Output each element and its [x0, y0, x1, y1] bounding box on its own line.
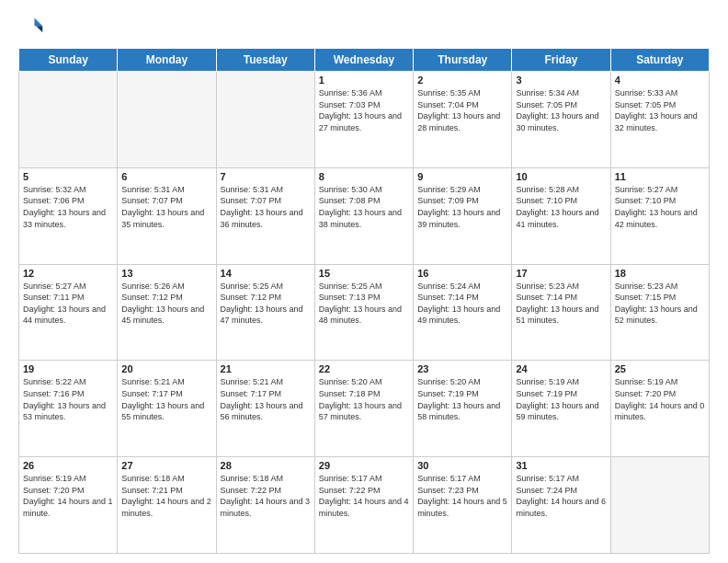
day-info: Sunrise: 5:32 AM Sunset: 7:06 PM Dayligh…	[23, 184, 113, 230]
day-cell: 2Sunrise: 5:35 AM Sunset: 7:04 PM Daylig…	[414, 72, 512, 168]
day-cell: 11Sunrise: 5:27 AM Sunset: 7:10 PM Dayli…	[610, 167, 709, 264]
day-number: 10	[516, 171, 606, 182]
day-info: Sunrise: 5:27 AM Sunset: 7:11 PM Dayligh…	[23, 281, 113, 327]
day-info: Sunrise: 5:20 AM Sunset: 7:19 PM Dayligh…	[417, 376, 507, 422]
day-cell	[216, 72, 314, 168]
day-number: 18	[615, 268, 705, 279]
day-info: Sunrise: 5:19 AM Sunset: 7:19 PM Dayligh…	[516, 376, 606, 422]
day-cell: 26Sunrise: 5:19 AM Sunset: 7:20 PM Dayli…	[19, 457, 118, 554]
day-cell: 18Sunrise: 5:23 AM Sunset: 7:15 PM Dayli…	[610, 264, 709, 361]
day-cell: 31Sunrise: 5:17 AM Sunset: 7:24 PM Dayli…	[512, 457, 610, 554]
week-row-0: 1Sunrise: 5:36 AM Sunset: 7:03 PM Daylig…	[19, 72, 710, 168]
header	[18, 15, 710, 40]
day-cell: 16Sunrise: 5:24 AM Sunset: 7:14 PM Dayli…	[414, 264, 512, 361]
day-info: Sunrise: 5:21 AM Sunset: 7:17 PM Dayligh…	[121, 376, 211, 422]
day-cell: 28Sunrise: 5:18 AM Sunset: 7:22 PM Dayli…	[216, 457, 314, 554]
day-number: 11	[615, 171, 705, 182]
day-number: 5	[23, 171, 113, 182]
day-cell: 4Sunrise: 5:33 AM Sunset: 7:05 PM Daylig…	[610, 72, 709, 168]
day-number: 27	[121, 460, 211, 471]
day-cell: 20Sunrise: 5:21 AM Sunset: 7:17 PM Dayli…	[118, 361, 216, 457]
day-cell: 29Sunrise: 5:17 AM Sunset: 7:22 PM Dayli…	[314, 457, 413, 554]
day-number: 23	[417, 363, 507, 374]
day-cell	[610, 457, 709, 554]
day-info: Sunrise: 5:26 AM Sunset: 7:12 PM Dayligh…	[121, 281, 211, 327]
day-cell: 19Sunrise: 5:22 AM Sunset: 7:16 PM Dayli…	[19, 361, 118, 457]
day-cell: 6Sunrise: 5:31 AM Sunset: 7:07 PM Daylig…	[118, 167, 216, 264]
weekday-header-saturday: Saturday	[610, 49, 709, 72]
day-number: 30	[417, 460, 507, 471]
day-info: Sunrise: 5:23 AM Sunset: 7:15 PM Dayligh…	[615, 281, 705, 327]
day-info: Sunrise: 5:29 AM Sunset: 7:09 PM Dayligh…	[417, 184, 507, 230]
day-info: Sunrise: 5:17 AM Sunset: 7:22 PM Dayligh…	[319, 473, 409, 519]
day-cell: 14Sunrise: 5:25 AM Sunset: 7:12 PM Dayli…	[216, 264, 314, 361]
day-cell: 1Sunrise: 5:36 AM Sunset: 7:03 PM Daylig…	[314, 72, 413, 168]
day-number: 28	[221, 460, 311, 471]
day-number: 2	[417, 75, 507, 86]
day-info: Sunrise: 5:18 AM Sunset: 7:21 PM Dayligh…	[121, 473, 211, 519]
day-number: 29	[319, 460, 409, 471]
day-info: Sunrise: 5:35 AM Sunset: 7:04 PM Dayligh…	[417, 87, 507, 133]
day-number: 22	[319, 363, 409, 374]
day-info: Sunrise: 5:20 AM Sunset: 7:18 PM Dayligh…	[319, 376, 409, 422]
weekday-header-friday: Friday	[512, 49, 610, 72]
day-info: Sunrise: 5:30 AM Sunset: 7:08 PM Dayligh…	[319, 184, 409, 230]
day-info: Sunrise: 5:19 AM Sunset: 7:20 PM Dayligh…	[615, 376, 705, 422]
day-cell	[19, 72, 118, 168]
day-info: Sunrise: 5:19 AM Sunset: 7:20 PM Dayligh…	[23, 473, 113, 519]
day-cell: 17Sunrise: 5:23 AM Sunset: 7:14 PM Dayli…	[512, 264, 610, 361]
day-info: Sunrise: 5:21 AM Sunset: 7:17 PM Dayligh…	[221, 376, 311, 422]
day-cell: 25Sunrise: 5:19 AM Sunset: 7:20 PM Dayli…	[610, 361, 709, 457]
week-row-4: 26Sunrise: 5:19 AM Sunset: 7:20 PM Dayli…	[19, 457, 710, 554]
day-number: 14	[221, 268, 311, 279]
day-number: 15	[319, 268, 409, 279]
day-cell: 13Sunrise: 5:26 AM Sunset: 7:12 PM Dayli…	[118, 264, 216, 361]
day-cell	[118, 72, 216, 168]
weekday-header-monday: Monday	[118, 49, 216, 72]
day-number: 6	[121, 171, 211, 182]
day-info: Sunrise: 5:23 AM Sunset: 7:14 PM Dayligh…	[516, 281, 606, 327]
day-cell: 22Sunrise: 5:20 AM Sunset: 7:18 PM Dayli…	[314, 361, 413, 457]
weekday-header-row: SundayMondayTuesdayWednesdayThursdayFrid…	[19, 49, 710, 72]
day-cell: 5Sunrise: 5:32 AM Sunset: 7:06 PM Daylig…	[19, 167, 118, 264]
day-number: 31	[516, 460, 606, 471]
day-number: 7	[221, 171, 311, 182]
day-number: 25	[615, 363, 705, 374]
day-cell: 27Sunrise: 5:18 AM Sunset: 7:21 PM Dayli…	[118, 457, 216, 554]
day-cell: 21Sunrise: 5:21 AM Sunset: 7:17 PM Dayli…	[216, 361, 314, 457]
day-number: 24	[516, 363, 606, 374]
day-info: Sunrise: 5:17 AM Sunset: 7:23 PM Dayligh…	[417, 473, 507, 519]
day-cell: 15Sunrise: 5:25 AM Sunset: 7:13 PM Dayli…	[314, 264, 413, 361]
week-row-3: 19Sunrise: 5:22 AM Sunset: 7:16 PM Dayli…	[19, 361, 710, 457]
day-info: Sunrise: 5:34 AM Sunset: 7:05 PM Dayligh…	[516, 87, 606, 133]
day-cell: 9Sunrise: 5:29 AM Sunset: 7:09 PM Daylig…	[414, 167, 512, 264]
day-info: Sunrise: 5:36 AM Sunset: 7:03 PM Dayligh…	[319, 87, 409, 133]
day-number: 26	[23, 460, 113, 471]
logo	[18, 15, 48, 40]
day-number: 17	[516, 268, 606, 279]
day-info: Sunrise: 5:33 AM Sunset: 7:05 PM Dayligh…	[615, 87, 705, 133]
day-number: 9	[417, 171, 507, 182]
day-cell: 23Sunrise: 5:20 AM Sunset: 7:19 PM Dayli…	[414, 361, 512, 457]
day-number: 4	[615, 75, 705, 86]
weekday-header-wednesday: Wednesday	[314, 49, 413, 72]
day-cell: 3Sunrise: 5:34 AM Sunset: 7:05 PM Daylig…	[512, 72, 610, 168]
day-number: 12	[23, 268, 113, 279]
day-number: 20	[121, 363, 211, 374]
day-cell: 30Sunrise: 5:17 AM Sunset: 7:23 PM Dayli…	[414, 457, 512, 554]
day-info: Sunrise: 5:27 AM Sunset: 7:10 PM Dayligh…	[615, 184, 705, 230]
weekday-header-tuesday: Tuesday	[216, 49, 314, 72]
day-info: Sunrise: 5:25 AM Sunset: 7:12 PM Dayligh…	[221, 281, 311, 327]
svg-marker-1	[36, 26, 42, 32]
day-info: Sunrise: 5:18 AM Sunset: 7:22 PM Dayligh…	[221, 473, 311, 519]
weekday-header-thursday: Thursday	[414, 49, 512, 72]
day-number: 8	[319, 171, 409, 182]
day-cell: 24Sunrise: 5:19 AM Sunset: 7:19 PM Dayli…	[512, 361, 610, 457]
day-number: 19	[23, 363, 113, 374]
day-number: 16	[417, 268, 507, 279]
day-info: Sunrise: 5:22 AM Sunset: 7:16 PM Dayligh…	[23, 376, 113, 422]
day-info: Sunrise: 5:31 AM Sunset: 7:07 PM Dayligh…	[121, 184, 211, 230]
logo-icon	[18, 15, 44, 40]
day-cell: 7Sunrise: 5:31 AM Sunset: 7:07 PM Daylig…	[216, 167, 314, 264]
week-row-1: 5Sunrise: 5:32 AM Sunset: 7:06 PM Daylig…	[19, 167, 710, 264]
